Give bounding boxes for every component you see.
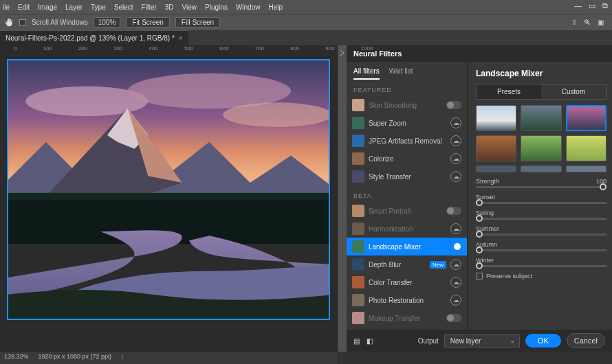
preset-thumb[interactable]	[566, 166, 606, 172]
zoom-field[interactable]: 100%	[94, 17, 121, 27]
document-tab-title: Neural-Filters-Ps-2022.psd @ 139% (Layer…	[6, 34, 175, 42]
download-icon[interactable]: ☁	[450, 223, 461, 234]
scroll-all-checkbox[interactable]	[19, 19, 26, 26]
menu-filter[interactable]: Filter	[142, 3, 157, 11]
panel-collapse-strip[interactable]	[337, 45, 347, 352]
workspace-icon[interactable]: ▣	[598, 19, 604, 26]
filter-jpeg-artifacts[interactable]: JPEG Artifacts Removal ☁	[347, 132, 467, 150]
filter-landscape-mixer[interactable]: Landscape Mixer	[347, 238, 467, 255]
filter-label: Style Transfer	[369, 173, 446, 181]
filter-thumb-icon	[352, 294, 364, 306]
preserve-subject-row[interactable]: Preserve subject	[476, 273, 606, 280]
preset-tabs: Presets Custom	[476, 84, 606, 100]
menu-file[interactable]: ile	[3, 3, 10, 11]
ruler-tick: 100	[43, 45, 52, 55]
share-icon[interactable]: ⇪	[571, 19, 577, 26]
search-icon[interactable]: 🔍︎	[584, 19, 591, 26]
slider-spring: Spring	[476, 209, 606, 220]
download-icon[interactable]: ☁	[450, 153, 461, 164]
preset-thumb[interactable]	[521, 105, 561, 131]
close-icon[interactable]: ×	[179, 34, 183, 42]
slider-track[interactable]	[476, 218, 606, 220]
settings-title: Landscape Mixer	[476, 69, 606, 78]
scroll-all-label: Scroll All Windows	[32, 19, 88, 26]
menu-view[interactable]: View	[182, 3, 197, 11]
frame-icon[interactable]: ⧉	[602, 1, 608, 10]
new-badge: New	[430, 261, 446, 269]
slider-track[interactable]	[476, 202, 606, 204]
status-bar: 139.32% 1920 px x 1080 px (72 ppi) 〉	[0, 352, 337, 364]
filter-color-transfer[interactable]: Color Transfer ☁	[347, 273, 467, 291]
preset-thumb[interactable]	[566, 135, 606, 161]
menu-select[interactable]: Select	[114, 3, 133, 11]
download-icon[interactable]: ☁	[450, 117, 461, 128]
slider-track[interactable]	[476, 249, 606, 251]
preset-thumb[interactable]	[521, 135, 561, 161]
download-icon[interactable]: ☁	[450, 259, 461, 270]
status-chevron-icon[interactable]: 〉	[121, 353, 127, 363]
tab-presets[interactable]: Presets	[477, 84, 541, 99]
menu-window[interactable]: Window	[236, 3, 261, 11]
slider-track[interactable]	[476, 234, 606, 236]
toggle[interactable]	[446, 314, 461, 322]
tab-all-filters[interactable]: All filters	[353, 67, 380, 80]
options-bar: Scroll All Windows 100% Fit Screen Fill …	[0, 14, 612, 30]
filter-photo-restoration[interactable]: Photo Restoration ☁	[347, 291, 467, 309]
menu-edit[interactable]: Edit	[18, 3, 30, 11]
layers-icon[interactable]: ▤	[353, 337, 360, 345]
filter-style-transfer[interactable]: Style Transfer ☁	[347, 168, 467, 185]
preset-thumb[interactable]	[476, 135, 516, 161]
menu-image[interactable]: Image	[38, 3, 57, 11]
filter-skin-smoothing[interactable]: Skin Smoothing	[347, 96, 467, 114]
toggle[interactable]	[446, 242, 461, 251]
slider-strength: Strength 100	[476, 178, 606, 188]
preset-thumb[interactable]	[521, 166, 561, 172]
tab-wait-list[interactable]: Wait list	[389, 67, 413, 80]
menu-layer[interactable]: Layer	[65, 3, 83, 11]
canvas[interactable]	[7, 59, 330, 320]
output-dropdown[interactable]: New layer	[444, 334, 520, 348]
preserve-checkbox[interactable]	[476, 273, 483, 280]
toggle[interactable]	[446, 101, 461, 109]
filter-smart-portrait[interactable]: Smart Portrait	[347, 202, 467, 220]
slider-track[interactable]	[476, 265, 606, 267]
section-beta: BETA	[347, 185, 467, 202]
filters-list: All filters Wait list FEATURED Skin Smoo…	[347, 62, 468, 330]
download-icon[interactable]: ☁	[450, 135, 461, 146]
cancel-button[interactable]: Cancel	[567, 333, 605, 348]
ok-button[interactable]: OK	[525, 334, 561, 348]
filter-thumb-icon	[352, 240, 364, 253]
document-tab[interactable]: Neural-Filters-Ps-2022.psd @ 139% (Layer…	[0, 30, 188, 45]
menu-3d[interactable]: 3D	[165, 3, 174, 11]
menu-plugins[interactable]: Plugins	[205, 3, 228, 11]
filter-super-zoom[interactable]: Super Zoom ☁	[347, 114, 467, 132]
preset-thumb[interactable]	[566, 105, 606, 131]
restore-icon[interactable]: ▭	[589, 1, 595, 10]
slider-autumn: Autumn	[476, 241, 606, 251]
tab-custom[interactable]: Custom	[541, 84, 606, 99]
filter-harmonization[interactable]: Harmonization ☁	[347, 220, 467, 238]
filter-thumb-icon	[352, 135, 364, 147]
slider-summer: Summer	[476, 225, 606, 236]
preview-icon[interactable]: ◧	[367, 337, 373, 345]
minimize-icon[interactable]: —	[574, 1, 582, 10]
filter-colorize[interactable]: Colorize ☁	[347, 150, 467, 168]
download-icon[interactable]: ☁	[450, 295, 461, 306]
slider-track[interactable]	[476, 186, 606, 188]
filter-makeup-transfer[interactable]: Makeup Transfer	[347, 309, 467, 327]
filter-depth-blur[interactable]: Depth Blur New ☁	[347, 255, 467, 273]
download-icon[interactable]: ☁	[450, 171, 461, 182]
hand-tool-icon[interactable]	[4, 18, 14, 27]
preset-thumb[interactable]	[476, 105, 516, 131]
menu-help[interactable]: Help	[268, 3, 283, 11]
fit-screen-button[interactable]: Fit Screen	[126, 17, 170, 27]
toggle[interactable]	[446, 207, 461, 215]
ruler-tick: 800	[290, 45, 299, 55]
filter-label: Landscape Mixer	[369, 243, 442, 251]
preserve-label: Preserve subject	[486, 273, 532, 280]
fill-screen-button[interactable]: Fill Screen	[175, 17, 220, 27]
filter-thumb-icon	[352, 258, 364, 271]
menu-type[interactable]: Type	[91, 3, 106, 11]
preset-thumb[interactable]	[476, 166, 516, 172]
download-icon[interactable]: ☁	[450, 277, 461, 288]
